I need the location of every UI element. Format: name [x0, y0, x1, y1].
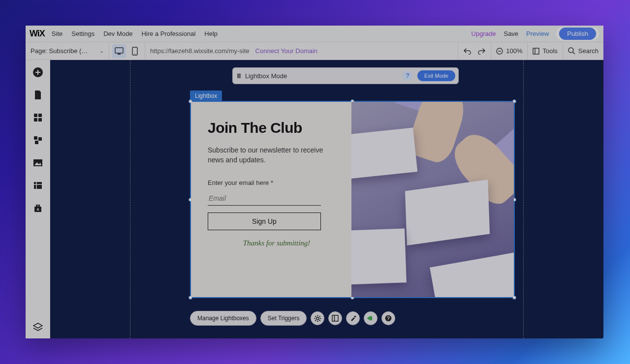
menu-site[interactable]: Site [52, 30, 63, 37]
grid-icon [33, 113, 42, 122]
svg-rect-16 [38, 118, 42, 121]
menu-hire[interactable]: Hire a Professional [141, 30, 195, 37]
menu-devmode[interactable]: Dev Mode [103, 30, 132, 37]
editor-window: WiX Site Settings Dev Mode Hire a Profes… [26, 26, 603, 338]
guide-right [523, 60, 524, 338]
toolbar: Page: Subscribe (… ⌄ https://faezeh8.wix… [26, 42, 603, 60]
undo-button[interactable] [463, 48, 471, 55]
animation-icon [367, 315, 374, 322]
menu-help[interactable]: Help [204, 30, 218, 37]
lightbox-mode-bar[interactable]: ●●●●●● Lightbox Mode ? Exit Mode [232, 67, 459, 84]
exit-mode-button[interactable]: Exit Mode [417, 70, 455, 81]
editor-canvas[interactable]: ●●●●●● Lightbox Mode ? Exit Mode Lightbo… [50, 60, 603, 338]
page-icon [34, 90, 42, 100]
plus-circle-icon [32, 67, 43, 78]
svg-point-8 [568, 48, 573, 53]
desktop-view-button[interactable] [112, 44, 126, 58]
puzzle-icon [33, 136, 42, 145]
svg-rect-0 [115, 48, 123, 53]
svg-rect-17 [34, 136, 37, 140]
email-input[interactable] [208, 192, 321, 206]
svg-rect-14 [38, 114, 42, 117]
table-icon [33, 182, 42, 189]
settings-action-button[interactable] [311, 311, 324, 325]
zoom-out-icon [496, 48, 503, 55]
lightbox-content[interactable]: Join The Club Subscribe to our newslette… [191, 102, 351, 297]
email-field-label: Enter your email here * [208, 179, 335, 186]
svg-text:?: ? [387, 316, 390, 321]
animation-action-button[interactable] [364, 311, 378, 325]
mobile-icon [132, 47, 138, 56]
selection-tag[interactable]: Lightbox [190, 91, 222, 101]
layers-button[interactable] [32, 322, 43, 333]
url-bar[interactable]: https://faezeh8.wixsite.com/my-site Conn… [145, 42, 458, 60]
help-action-button[interactable]: ? [381, 311, 395, 325]
search-label: Search [578, 47, 598, 55]
svg-line-34 [315, 316, 316, 317]
layers-icon [33, 323, 43, 332]
preview-link[interactable]: Preview [526, 30, 549, 37]
publish-button[interactable]: Publish [559, 28, 596, 40]
svg-rect-1 [118, 54, 121, 55]
drag-handle-icon[interactable]: ●●●●●● [237, 74, 240, 78]
wix-logo: WiX [30, 29, 45, 39]
svg-rect-13 [34, 114, 37, 117]
undo-icon [463, 48, 471, 55]
lightbox-frame[interactable]: Join The Club Subscribe to our newslette… [190, 101, 515, 298]
svg-rect-22 [34, 182, 42, 189]
svg-rect-6 [533, 48, 539, 54]
image-icon [33, 159, 43, 167]
publish-highlight: Publish [557, 28, 598, 40]
redo-icon [478, 48, 486, 55]
svg-point-3 [134, 53, 135, 54]
page-label: Page: Subscribe (… [31, 47, 88, 55]
guide-left [130, 60, 130, 338]
svg-line-36 [319, 316, 320, 317]
chevron-down-icon: ⌄ [99, 48, 104, 54]
redo-button[interactable] [478, 48, 486, 55]
sections-button[interactable] [32, 112, 43, 123]
brush-icon [349, 315, 356, 322]
element-actions: Manage Lightboxes Set Triggers ? [190, 311, 395, 326]
layout-button[interactable] [32, 135, 43, 146]
menu-settings[interactable]: Settings [71, 30, 94, 37]
business-button[interactable]: A [32, 203, 43, 213]
layout-action-button[interactable] [328, 311, 342, 325]
search-icon [568, 47, 575, 55]
tools-button[interactable]: Tools [528, 42, 563, 60]
lightbox-image[interactable] [351, 102, 514, 297]
columns-icon [332, 315, 339, 322]
connect-domain-link[interactable]: Connect Your Domain [255, 47, 317, 55]
search-button[interactable]: Search [563, 42, 603, 60]
site-url: https://faezeh8.wixsite.com/my-site [150, 47, 250, 55]
set-triggers-button[interactable]: Set Triggers [260, 311, 307, 326]
tools-label: Tools [542, 47, 557, 55]
top-menu-bar: WiX Site Settings Dev Mode Hire a Profes… [26, 26, 603, 42]
add-button[interactable] [32, 67, 43, 78]
mobile-view-button[interactable] [128, 44, 142, 58]
media-button[interactable] [32, 157, 43, 168]
svg-rect-15 [34, 118, 37, 121]
lightbox-subtitle: Subscribe to our newsletter to receive n… [208, 145, 335, 165]
data-button[interactable] [32, 180, 43, 191]
lightbox-title: Join The Club [208, 120, 335, 136]
svg-point-40 [354, 316, 356, 318]
svg-rect-26 [36, 205, 39, 207]
svg-marker-28 [33, 323, 42, 328]
left-toolbar: A [26, 60, 50, 338]
save-link[interactable]: Save [504, 30, 518, 37]
pages-button[interactable] [32, 90, 43, 100]
upgrade-link[interactable]: Upgrade [472, 30, 496, 37]
design-action-button[interactable] [346, 311, 360, 325]
mode-help-button[interactable]: ? [403, 71, 412, 81]
svg-rect-19 [35, 141, 38, 144]
zoom-control[interactable]: 100% [491, 42, 528, 60]
manage-lightboxes-button[interactable]: Manage Lightboxes [190, 311, 256, 326]
svg-rect-38 [332, 315, 338, 321]
page-selector[interactable]: Page: Subscribe (… ⌄ [26, 42, 109, 60]
signup-button[interactable]: Sign Up [208, 212, 321, 230]
svg-line-35 [319, 320, 320, 321]
mode-label: Lightbox Mode [245, 72, 287, 80]
svg-text:A: A [36, 208, 39, 211]
zoom-value: 100% [506, 47, 522, 55]
